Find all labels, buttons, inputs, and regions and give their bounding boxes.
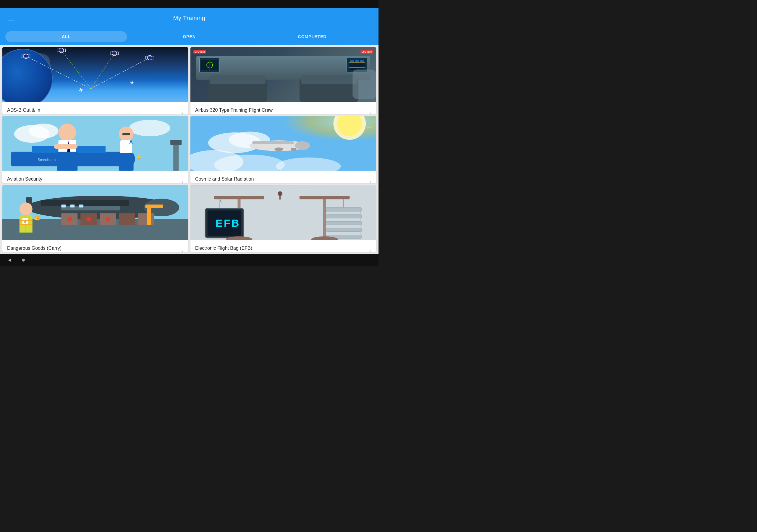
course-info-ads-b: ADS-B Out & In Yet to Start › <box>2 102 188 114</box>
course-text-dangerous: Dangerous Goods (Carry) Yet to Start <box>7 246 178 252</box>
course-info-dangerous: Dangerous Goods (Carry) Yet to Start › <box>2 240 188 252</box>
svg-rect-51 <box>119 153 134 171</box>
svg-point-6 <box>24 54 28 59</box>
course-text-ads-b: ADS-B Out & In Yet to Start <box>7 107 178 114</box>
course-image-aviation-security: Scandlearn 🦅 <box>2 116 188 171</box>
svg-rect-90 <box>147 207 151 225</box>
chevron-icon-aviation-security: › <box>181 179 183 183</box>
svg-rect-79 <box>70 204 75 207</box>
svg-line-2 <box>91 53 114 89</box>
lifevest-badge-2: LIFE VEST <box>360 50 373 53</box>
course-image-dangerous: ID 👍 <box>2 185 188 240</box>
svg-rect-41 <box>173 143 179 171</box>
svg-rect-98 <box>19 220 33 222</box>
lifevest-badge-1: LIFE VEST <box>194 50 206 53</box>
course-info-aviation-security: Aviation Security Yet to Start › <box>2 171 188 183</box>
svg-rect-115 <box>327 211 361 215</box>
course-title-efb: Electronic Flight Bag (EFB) <box>195 246 366 251</box>
svg-rect-45 <box>57 152 77 171</box>
chevron-icon-airbus: › <box>369 110 371 114</box>
course-card-ads-b[interactable]: ✈ ✈ ADS-B Out & In Yet to Start › <box>2 47 188 114</box>
course-card-airbus[interactable]: LIFE VEST LIFE VEST <box>191 47 376 114</box>
svg-text:👍: 👍 <box>33 214 41 221</box>
svg-rect-91 <box>145 204 163 208</box>
course-card-dangerous[interactable]: ID 👍 Dangerous Goods (Carry) Yet to Star… <box>2 185 188 252</box>
tab-completed[interactable]: COMPLETED <box>251 31 373 42</box>
svg-rect-119 <box>327 225 361 228</box>
chevron-icon-dangerous: › <box>181 248 183 252</box>
tab-all[interactable]: ALL <box>5 31 127 42</box>
cosmic-svg <box>191 116 376 171</box>
svg-point-68 <box>291 148 297 151</box>
svg-rect-53 <box>122 133 130 135</box>
svg-point-10 <box>112 51 117 56</box>
course-image-efb: EFB <box>191 185 376 240</box>
svg-rect-116 <box>326 215 362 219</box>
svg-rect-29 <box>210 75 265 84</box>
course-title-cosmic: Cosmic and Solar Radiation <box>195 176 366 182</box>
course-image-airbus: LIFE VEST LIFE VEST <box>191 47 376 102</box>
hamburger-line-2 <box>7 18 14 18</box>
svg-rect-80 <box>79 204 83 207</box>
course-info-cosmic: Cosmic and Solar Radiation Yet to Start … <box>191 171 376 183</box>
aviation-security-svg: Scandlearn 🦅 <box>2 116 188 171</box>
svg-point-88 <box>86 217 91 222</box>
app-header: My Training <box>0 8 378 28</box>
svg-rect-48 <box>54 144 77 149</box>
course-info-airbus: Airbus 320 Type Training Flight Crew Yet… <box>191 102 376 114</box>
course-title-airbus: Airbus 320 Type Training Flight Crew <box>195 107 366 113</box>
svg-rect-121 <box>327 231 361 235</box>
svg-point-8 <box>59 48 64 53</box>
svg-point-92 <box>19 202 33 216</box>
adsb-lines-svg: ✈ ✈ <box>2 47 188 102</box>
hamburger-line-3 <box>7 20 14 20</box>
course-grid: ✈ ✈ ADS-B Out & In Yet to Start › <box>0 45 378 254</box>
svg-rect-114 <box>326 207 362 212</box>
svg-text:✈: ✈ <box>77 86 85 95</box>
efb-svg: EFB <box>191 185 376 240</box>
course-image-cosmic <box>191 116 376 171</box>
course-text-efb: Electronic Flight Bag (EFB) Yet to Start <box>195 246 366 252</box>
course-card-efb[interactable]: EFB <box>191 185 376 252</box>
svg-text:🔑: 🔑 <box>136 155 142 160</box>
course-text-cosmic: Cosmic and Solar Radiation Yet to Start <box>195 176 366 183</box>
cockpit-seats-svg <box>191 70 376 102</box>
chevron-icon-efb: › <box>369 248 371 252</box>
course-title-dangerous: Dangerous Goods (Carry) <box>7 246 178 251</box>
svg-rect-112 <box>300 196 349 199</box>
svg-rect-111 <box>323 197 326 240</box>
svg-line-3 <box>91 58 150 89</box>
svg-rect-102 <box>214 196 264 199</box>
status-bar <box>0 0 378 8</box>
menu-button[interactable] <box>6 14 15 22</box>
svg-rect-66 <box>252 141 294 144</box>
tab-open[interactable]: OPEN <box>128 31 250 42</box>
course-text-airbus: Airbus 320 Type Training Flight Crew Yet… <box>195 107 366 114</box>
svg-point-12 <box>147 55 152 60</box>
svg-rect-85 <box>119 213 135 225</box>
svg-point-126 <box>278 191 283 196</box>
svg-rect-32 <box>352 70 376 99</box>
svg-text:EFB: EFB <box>216 217 240 229</box>
tab-bar: ALL OPEN COMPLETED <box>0 28 378 45</box>
svg-rect-86 <box>138 213 154 225</box>
page-title: My Training <box>173 15 205 21</box>
chevron-icon-ads-b: › <box>181 110 183 114</box>
svg-line-0 <box>26 56 91 89</box>
svg-rect-120 <box>326 228 362 232</box>
back-button[interactable]: ◄ <box>6 256 13 264</box>
svg-rect-31 <box>301 75 357 84</box>
svg-point-67 <box>274 147 283 151</box>
chevron-icon-cosmic: › <box>369 179 371 183</box>
svg-rect-75 <box>41 200 129 206</box>
svg-point-89 <box>106 217 110 222</box>
svg-point-36 <box>129 120 170 136</box>
svg-point-65 <box>295 141 310 150</box>
course-title-aviation-security: Aviation Security <box>7 176 178 182</box>
course-card-aviation-security[interactable]: Scandlearn 🦅 <box>2 116 188 183</box>
course-card-cosmic[interactable]: Cosmic and Solar Radiation Yet to Start … <box>191 116 376 183</box>
svg-rect-27 <box>360 60 364 62</box>
svg-point-87 <box>67 217 72 222</box>
course-title-ads-b: ADS-B Out & In <box>7 107 178 113</box>
dangerous-svg: ID 👍 <box>2 185 188 240</box>
